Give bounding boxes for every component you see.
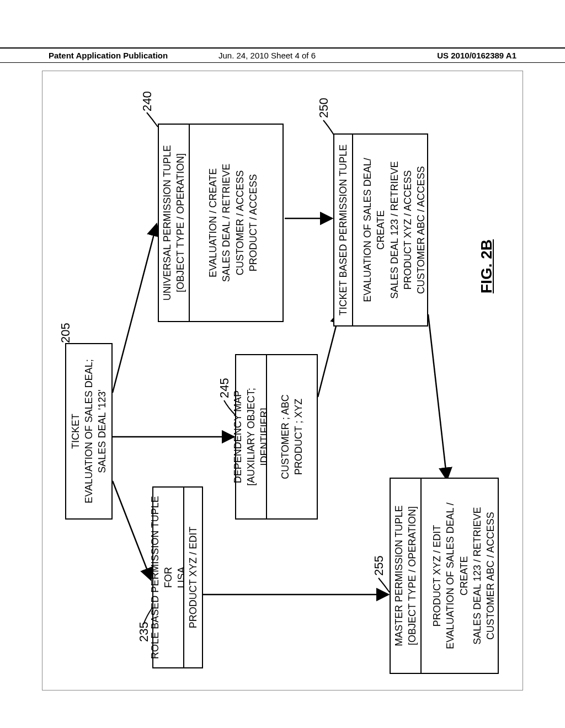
rolebased-content: PRODUCT XYZ / EDIT [186,527,200,629]
tbt-title-box: TICKET BASED PERMISSION TUPLE [333,133,353,326]
ticket-title: TICKET [69,414,82,449]
dep-c1: CUSTOMER ; ABC [279,394,292,479]
univ-c3: CUSTOMER / ACCESS [233,170,247,276]
rolebased-title-l1: ROLE BASED PERMISSION TUPLE FOR [148,493,175,662]
univ-c1: EVALUATION / CREATE [206,168,220,277]
figure-label: FIG. 2B [478,239,495,293]
universal-content-box: EVALUATION / CREATE SALES DEAL / RETRIEV… [190,124,284,322]
rolebased-title-box: ROLE BASED PERMISSION TUPLE FOR LISA [152,486,184,668]
ref-255: 255 [372,555,386,576]
ticket-box: TICKET EVALUATION OF SALES DEAL; SALES D… [65,343,113,520]
ref-250: 250 [317,98,331,118]
svg-line-1 [113,224,157,393]
master-title-l1: MASTER PERMISSION TUPLE [392,505,406,646]
master-c4: CUSTOMER ABC / ACCESS [484,512,497,640]
tbt-c1: EVALUATION OF SALES DEAL/ CREATE [361,140,388,320]
universal-title-box: UNIVERSAL PERMISSION TUPLE [OBJECT TYPE … [158,124,190,322]
ref-235: 235 [137,622,151,642]
master-title-box: MASTER PERMISSION TUPLE [OBJECT TYPE / O… [390,478,422,674]
ticket-line2: SALES DEAL '123' [95,389,109,473]
master-c3: SALES DEAL 123 / RETRIEVE [471,507,484,644]
page-header: Patent Application Publication Jun. 24, … [0,47,565,63]
dependency-content-box: CUSTOMER ; ABC PRODUCT ; XYZ [267,354,318,520]
tbt-c3: PRODUCT XYZ / ACCESS [401,170,414,290]
master-content-box: PRODUCT XYZ / EDIT EVALUATION OF SALES D… [422,478,499,674]
master-c2: EVALUATION OF SALES DEAL / CREATE [444,484,471,667]
univ-title-l2: [OBJECT TYPE / OPERATION] [174,153,187,292]
ref-240: 240 [140,91,154,111]
dep-c2: PRODUCT ; XYZ [292,399,305,475]
univ-title-l1: UNIVERSAL PERMISSION TUPLE [161,145,174,301]
master-title-l2: [OBJECT TYPE / OPERATION] [406,506,419,645]
ticket-line1: EVALUATION OF SALES DEAL; [82,359,95,503]
ref-245: 245 [217,378,232,398]
univ-c4: PRODUCT / ACCESS [247,174,260,272]
tbt-content-box: EVALUATION OF SALES DEAL/ CREATE SALES D… [353,133,428,326]
master-c1: PRODUCT XYZ / EDIT [430,525,444,627]
dep-title-l1: DEPENDENCY MAP [231,390,244,484]
header-left: Patent Application Publication [49,51,168,60]
ref-205: 205 [58,323,73,343]
svg-line-6 [428,314,447,480]
rolebased-content-box: PRODUCT XYZ / EDIT [184,486,203,668]
svg-line-0 [113,481,151,580]
dependency-title-box: DEPENDENCY MAP [AUXILIARY OBJECT; IDENTI… [235,354,267,520]
header-center: Jun. 24, 2010 Sheet 4 of 6 [218,51,316,60]
header-right: US 2010/0162389 A1 [437,51,516,60]
tbt-c4: CUSTOMER ABC / ACCESS [414,166,428,294]
tbt-title: TICKET BASED PERMISSION TUPLE [337,144,350,315]
diagram-container: TICKET EVALUATION OF SALES DEAL; SALES D… [42,71,523,690]
univ-c2: SALES DEAL / RETRIEVE [220,164,233,282]
tbt-c2: SALES DEAL 123 / RETRIEVE [388,161,401,298]
